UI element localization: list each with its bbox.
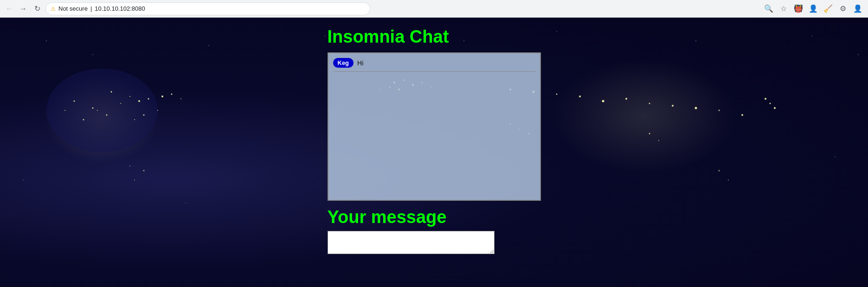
bookmark-button[interactable]: ☆ xyxy=(777,2,790,15)
security-warning-icon: ⚠ xyxy=(51,6,56,12)
app-title: Insomnia Chat xyxy=(328,27,541,47)
profile-button[interactable]: 👤 xyxy=(851,2,864,15)
message-divider xyxy=(333,71,535,72)
main-content: Insomnia Chat Keg Hi Your message xyxy=(328,27,541,256)
page-content: Insomnia Chat Keg Hi Your message xyxy=(0,18,868,287)
url-separator: | xyxy=(90,5,92,12)
url-text: Not secure xyxy=(58,5,88,12)
forward-button[interactable]: → xyxy=(18,3,29,14)
extension-icon-1[interactable]: 👹 xyxy=(792,2,805,15)
chat-message: Keg Hi xyxy=(333,58,535,68)
message-text: Hi xyxy=(357,58,363,67)
reload-button[interactable]: ↻ xyxy=(32,3,43,14)
message-input[interactable] xyxy=(328,231,495,254)
zoom-button[interactable]: 🔍 xyxy=(762,2,775,15)
your-message-label: Your message xyxy=(328,207,541,227)
extension-icon-2[interactable]: 👤 xyxy=(807,2,820,15)
chat-window[interactable]: Keg Hi xyxy=(328,52,541,201)
url-address: 10.10.10.102:8080 xyxy=(95,5,145,12)
extension-icon-4[interactable]: ⚙ xyxy=(836,2,849,15)
browser-toolbar: ← → ↻ ⚠ Not secure | 10.10.10.102:8080 🔍… xyxy=(0,0,868,18)
address-bar[interactable]: ⚠ Not secure | 10.10.10.102:8080 xyxy=(45,2,370,15)
user-badge: Keg xyxy=(333,58,354,68)
back-button[interactable]: ← xyxy=(4,3,15,14)
extension-icon-3[interactable]: 🧹 xyxy=(822,2,835,15)
browser-actions: 🔍 ☆ 👹 👤 🧹 ⚙ 👤 xyxy=(762,2,864,15)
